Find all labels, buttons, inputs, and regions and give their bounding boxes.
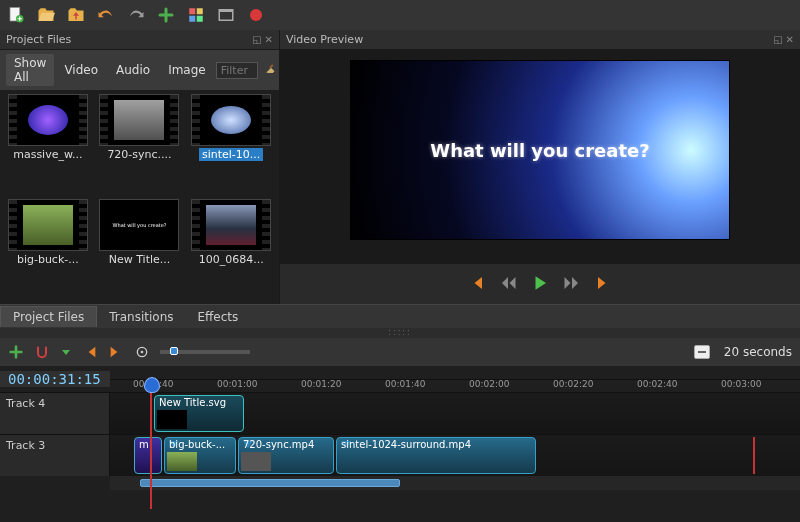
detach-panel-icon[interactable]: ◱ [252,34,261,45]
thumb-newtitle[interactable]: What will you create? New Title... [96,199,184,300]
fastforward-button[interactable] [563,274,581,295]
preview-frame: What will you create? [350,60,730,240]
thumb-100[interactable]: 100_0684... [187,199,275,300]
time-ruler[interactable]: 00:00:40 00:01:00 00:01:20 00:01:40 00:0… [110,379,800,380]
zoom-label: 20 seconds [724,345,792,359]
jump-start-button[interactable] [467,274,485,295]
main-toolbar [0,0,800,30]
open-project-button[interactable] [36,5,56,25]
snap-button[interactable] [34,344,50,360]
video-preview-panel: Video Preview ◱ ✕ What will you create? [280,30,800,304]
preview-overlay-text: What will you create? [430,140,649,161]
export-video-button[interactable] [246,5,266,25]
clip-720sync[interactable]: 720-sync.mp4 [238,437,334,474]
thumb-massive[interactable]: massive_w... [4,94,92,195]
video-preview-title: Video Preview [286,33,363,46]
track-4-label[interactable]: Track 4 [0,393,110,434]
project-filter-bar: Show All Video Audio Image [0,50,279,90]
redo-button[interactable] [126,5,146,25]
thumb-label: 720-sync.... [107,148,171,161]
clip-sintel[interactable]: sintel-1024-surround.mp4 [336,437,536,474]
timeline-toolbar: 20 seconds [0,338,800,366]
svg-rect-4 [189,16,195,22]
track-3-content[interactable]: m big-buck-... 720-sync.mp4 sintel-1024-… [110,435,800,476]
clip-m[interactable]: m [134,437,162,474]
play-button[interactable] [531,274,549,295]
thumb-label: New Title... [109,253,171,266]
thumb-label: big-buck-... [17,253,79,266]
zoom-slider[interactable] [160,350,250,354]
timeline: 00:00:31:15 00:00:40 00:01:00 00:01:20 0… [0,366,800,522]
new-project-button[interactable] [6,5,26,25]
video-preview-header: Video Preview ◱ ✕ [280,30,800,50]
rewind-button[interactable] [499,274,517,295]
close-panel-icon[interactable]: ✕ [265,34,273,45]
save-project-button[interactable] [66,5,86,25]
jump-end-button[interactable] [595,274,613,295]
import-files-button[interactable] [156,5,176,25]
close-preview-icon[interactable]: ✕ [786,34,794,45]
filter-image[interactable]: Image [160,61,214,79]
fullscreen-button[interactable] [216,5,236,25]
preview-viewport: What will you create? [280,50,800,264]
playhead[interactable] [150,379,152,509]
timecode-display: 00:00:31:15 [0,371,110,387]
project-thumbnails: massive_w... 720-sync.... sintel-10... b… [0,90,279,304]
splitter-handle[interactable]: ::::: [0,328,800,338]
svg-rect-9 [269,64,273,68]
filter-input[interactable] [216,62,258,79]
svg-rect-7 [219,10,233,12]
svg-point-8 [250,9,262,21]
prev-marker-button[interactable] [82,344,98,360]
thumb-sintel[interactable]: sintel-10... [187,94,275,195]
filter-audio[interactable]: Audio [108,61,158,79]
track-end-marker [753,437,755,474]
undo-button[interactable] [96,5,116,25]
choose-profile-button[interactable] [186,5,206,25]
svg-rect-5 [197,16,203,22]
project-files-title: Project Files [6,33,71,46]
track-4: Track 4 New Title.svg [0,392,800,434]
marker-dropdown[interactable] [60,346,72,358]
clip-bigbuck[interactable]: big-buck-... [164,437,236,474]
thumb-bigbuck[interactable]: big-buck-... [4,199,92,300]
tab-project-files[interactable]: Project Files [0,306,97,327]
project-files-header: Project Files ◱ ✕ [0,30,279,50]
svg-point-11 [141,351,144,354]
tab-effects[interactable]: Effects [186,307,251,327]
thumb-label: 100_0684... [199,253,264,266]
svg-rect-3 [197,8,203,14]
track-3-label[interactable]: Track 3 [0,435,110,476]
filter-video[interactable]: Video [56,61,106,79]
center-playhead-button[interactable] [134,344,150,360]
clear-filter-icon[interactable] [264,62,278,79]
transport-controls [280,264,800,304]
track-3: Track 3 m big-buck-... 720-sync.mp4 sint… [0,434,800,476]
detach-preview-icon[interactable]: ◱ [773,34,782,45]
filter-show-all[interactable]: Show All [6,54,54,86]
next-marker-button[interactable] [108,344,124,360]
svg-rect-2 [189,8,195,14]
tab-transitions[interactable]: Transitions [97,307,185,327]
thumb-720sync[interactable]: 720-sync.... [96,94,184,195]
track-4-content[interactable]: New Title.svg [110,393,800,434]
zoom-scale-icon[interactable] [694,345,710,359]
clip-new-title[interactable]: New Title.svg [154,395,244,432]
timeline-h-scrollbar[interactable] [110,476,800,490]
thumb-label: massive_w... [13,148,82,161]
add-track-button[interactable] [8,344,24,360]
thumb-label: sintel-10... [199,148,263,161]
project-bottom-tabs: Project Files Transitions Effects [0,304,800,328]
project-files-panel: Project Files ◱ ✕ Show All Video Audio I… [0,30,280,304]
